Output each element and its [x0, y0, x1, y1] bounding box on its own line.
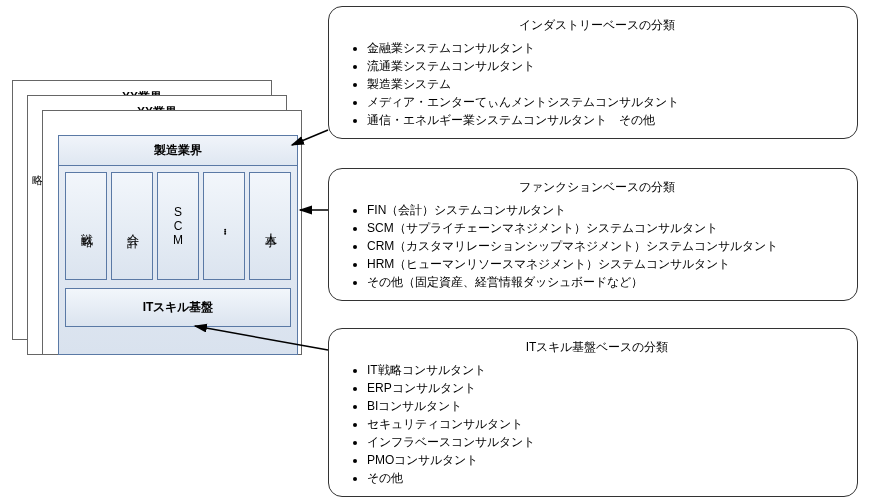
callout-list: IT戦略コンサルタント ERPコンサルタント BIコンサルタント セキュリティコ… [353, 362, 841, 487]
list-item: BIコンサルタント [367, 398, 841, 415]
list-item: PMOコンサルタント [367, 452, 841, 469]
callout-function-based: ファンクションベースの分類 FIN（会計）システムコンサルタント SCM（サプラ… [328, 168, 858, 301]
list-item: SCM（サプライチェーンマネジメント）システムコンサルタント [367, 220, 841, 237]
list-item: ERPコンサルタント [367, 380, 841, 397]
industry-title: 製造業界 [59, 136, 297, 166]
list-item: HRM（ヒューマンリソースマネジメント）システムコンサルタント [367, 256, 841, 273]
list-item: その他（固定資産、経営情報ダッシュボードなど） [367, 274, 841, 291]
it-skill-base-bar: ITスキル基盤 [65, 288, 291, 327]
list-item: メディア・エンターてぃんメントシステムコンサルタント [367, 94, 841, 111]
list-item: IT戦略コンサルタント [367, 362, 841, 379]
list-item: 金融業システムコンサルタント [367, 40, 841, 57]
list-item: 通信・エネルギー業システムコンサルタント その他 [367, 112, 841, 129]
list-item: その他 [367, 470, 841, 487]
callout-industry-based: インダストリーベースの分類 金融業システムコンサルタント 流通業システムコンサル… [328, 6, 858, 139]
list-item: FIN（会計）システムコンサルタント [367, 202, 841, 219]
list-item: CRM（カスタマリレーションシップマネジメント）システムコンサルタント [367, 238, 841, 255]
callout-title: インダストリーベースの分類 [353, 17, 841, 34]
industry-main-box: 製造業界 戦略 会計 SCM ・・・ 人事 ITスキル基盤 [58, 135, 298, 355]
callout-list: 金融業システムコンサルタント 流通業システムコンサルタント 製造業システム メデ… [353, 40, 841, 129]
list-item: 流通業システムコンサルタント [367, 58, 841, 75]
column-scm: SCM [157, 172, 199, 280]
function-columns: 戦略 会計 SCM ・・・ 人事 [59, 166, 297, 286]
column-ellipsis: ・・・ [203, 172, 245, 280]
column-strategy: 戦略 [65, 172, 107, 280]
list-item: セキュリティコンサルタント [367, 416, 841, 433]
callout-title: ITスキル基盤ベースの分類 [353, 339, 841, 356]
column-accounting: 会計 [111, 172, 153, 280]
callout-itskill-based: ITスキル基盤ベースの分類 IT戦略コンサルタント ERPコンサルタント BIコ… [328, 328, 858, 497]
callout-list: FIN（会計）システムコンサルタント SCM（サプライチェーンマネジメント）シス… [353, 202, 841, 291]
list-item: 製造業システム [367, 76, 841, 93]
callout-title: ファンクションベースの分類 [353, 179, 841, 196]
list-item: インフラベースコンサルタント [367, 434, 841, 451]
column-hr: 人事 [249, 172, 291, 280]
